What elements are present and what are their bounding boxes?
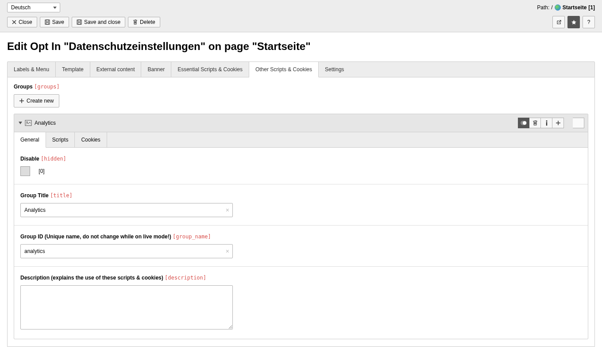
drag-handle[interactable] [573, 118, 584, 128]
tab-labels-menu[interactable]: Labels & Menu [8, 62, 56, 77]
svg-rect-1 [46, 20, 49, 22]
create-new-button[interactable]: Create new [14, 94, 59, 107]
bookmark-button[interactable] [567, 16, 580, 28]
path-label: Path: [537, 4, 549, 11]
svg-rect-4 [78, 20, 81, 22]
language-select[interactable]: Deutsch [7, 3, 60, 12]
tab-essential[interactable]: Essential Scripts & Cookies [171, 62, 249, 77]
help-icon: ? [587, 19, 590, 25]
svg-rect-2 [46, 23, 49, 24]
tab-external-content[interactable]: External content [90, 62, 142, 77]
groups-code: [groups] [34, 84, 60, 90]
save-icon [77, 19, 82, 25]
add-group-button[interactable] [552, 118, 564, 128]
help-button[interactable]: ? [583, 16, 595, 28]
open-external-button[interactable] [552, 16, 565, 28]
description-label: Description (explains the use of these s… [20, 275, 582, 281]
tab-settings[interactable]: Settings [319, 62, 350, 77]
disable-value: [0] [39, 168, 44, 174]
info-group-button[interactable] [541, 118, 552, 128]
tab-banner[interactable]: Banner [141, 62, 171, 77]
globe-icon [555, 4, 561, 11]
group-id-input[interactable] [20, 244, 233, 258]
subtab-general[interactable]: General [14, 132, 46, 148]
clear-icon[interactable]: × [226, 207, 229, 214]
path-page[interactable]: Startseite [563, 4, 587, 11]
svg-point-7 [27, 122, 28, 123]
path-id: [1] [588, 4, 595, 11]
description-textarea[interactable] [20, 285, 233, 330]
group-title-label: Group Title [title] [20, 192, 582, 199]
delete-group-button[interactable] [529, 118, 541, 128]
star-icon [571, 19, 577, 25]
trash-icon [533, 120, 537, 126]
chevron-down-icon[interactable] [19, 122, 22, 124]
subtab-cookies[interactable]: Cookies [75, 132, 107, 147]
group-id-label: Group ID (Unique name, do not change whi… [20, 234, 582, 240]
svg-point-10 [546, 120, 547, 122]
path-sep: / [551, 4, 552, 11]
toggle-icon [521, 121, 527, 125]
group-title: Analytics [35, 120, 56, 126]
plus-icon [556, 121, 560, 125]
content-element-icon [25, 119, 32, 126]
svg-point-9 [523, 121, 526, 125]
group-title-input[interactable] [20, 203, 233, 217]
external-link-icon [556, 19, 562, 25]
disable-label: Disable [hidden] [20, 156, 582, 162]
subtab-scripts[interactable]: Scripts [46, 132, 75, 147]
save-close-button[interactable]: Save and close [72, 17, 125, 27]
page-title: Edit Opt In "Datenschutzeinstellungen" o… [7, 40, 595, 53]
svg-rect-11 [546, 122, 547, 126]
toggle-visibility-button[interactable] [518, 118, 529, 128]
svg-rect-5 [78, 23, 81, 24]
tab-template[interactable]: Template [56, 62, 90, 77]
close-button[interactable]: Close [7, 17, 37, 27]
tab-other[interactable]: Other Scripts & Cookies [249, 62, 319, 77]
main-tabs: Labels & Menu Template External content … [7, 61, 595, 77]
save-button[interactable]: Save [40, 17, 69, 27]
delete-button[interactable]: Delete [128, 17, 160, 27]
close-icon [12, 20, 16, 24]
clear-icon[interactable]: × [226, 248, 229, 255]
info-icon [546, 120, 548, 126]
trash-icon [133, 19, 138, 25]
disable-checkbox[interactable] [20, 166, 30, 176]
save-icon [45, 19, 50, 25]
group-subtabs: General Scripts Cookies [14, 132, 588, 148]
breadcrumb: Path: / Startseite [1] [537, 4, 595, 11]
plus-icon [19, 99, 24, 103]
groups-label: Groups [groups] [14, 84, 588, 90]
